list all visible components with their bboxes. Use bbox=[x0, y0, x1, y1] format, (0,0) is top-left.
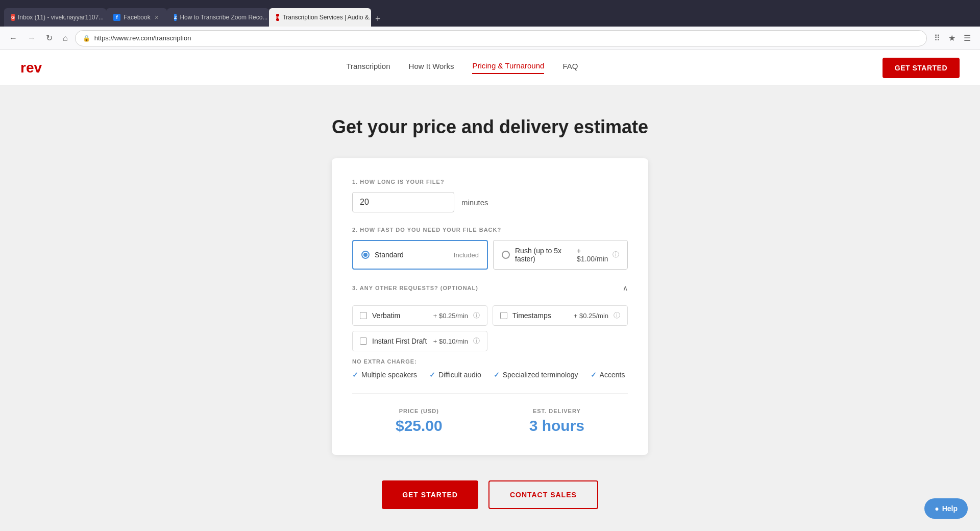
no-extra-features: ✓ Multiple speakers ✓ Difficult audio ✓ … bbox=[352, 371, 628, 379]
timestamps-info-icon[interactable]: ⓘ bbox=[614, 311, 620, 320]
nav-transcription[interactable]: Transcription bbox=[346, 62, 390, 74]
header-get-started-button[interactable]: GET STARTED bbox=[883, 58, 960, 78]
page-title: Get your price and delivery estimate bbox=[10, 116, 970, 138]
check-accents-icon: ✓ bbox=[591, 371, 597, 379]
site-header: rev Transcription How It Works Pricing &… bbox=[0, 50, 980, 86]
pricing-result: Price (USD) $25.00 Est. Delivery 3 hours bbox=[352, 408, 628, 435]
rush-option-left: Rush (up to 5x faster) bbox=[502, 247, 577, 263]
instant-first-draft-checkbox[interactable] bbox=[360, 337, 367, 345]
instant-first-draft-info-icon[interactable]: ⓘ bbox=[473, 336, 480, 346]
back-button[interactable]: ← bbox=[6, 32, 20, 45]
no-extra-charge: No extra charge: ✓ Multiple speakers ✓ D… bbox=[352, 358, 628, 379]
feature-difficult-audio-label: Difficult audio bbox=[438, 371, 481, 379]
chevron-up-icon[interactable]: ∧ bbox=[623, 284, 628, 292]
instant-first-draft-price: + $0.10/min bbox=[433, 337, 468, 345]
step1-label: 1. How long is your file? bbox=[352, 179, 628, 185]
check-specialized-terminology-icon: ✓ bbox=[494, 371, 500, 379]
nav-pricing-turnaround[interactable]: Pricing & Turnaround bbox=[472, 61, 544, 74]
timestamps-name: Timestamps bbox=[512, 311, 569, 320]
no-extra-label: No extra charge: bbox=[352, 358, 628, 365]
tab-zoom[interactable]: Z How to Transcribe Zoom Reco... × bbox=[167, 8, 269, 27]
bottom-get-started-button[interactable]: GET STARTED bbox=[382, 480, 478, 509]
verbatim-info-icon[interactable]: ⓘ bbox=[473, 311, 480, 320]
standard-name: Standard bbox=[375, 251, 404, 259]
minutes-label: minutes bbox=[461, 198, 488, 207]
address-bar: 🔒 bbox=[75, 30, 927, 46]
toolbar-actions: ⠿ ★ ☰ bbox=[931, 31, 974, 45]
browser-tabs: G Inbox (11) - vivek.nayyar1107... × f F… bbox=[4, 0, 976, 27]
site-logo: rev bbox=[20, 60, 42, 76]
price-label: Price (USD) bbox=[396, 408, 443, 414]
standard-option[interactable]: Standard Included bbox=[352, 240, 488, 270]
check-difficult-audio-icon: ✓ bbox=[429, 371, 435, 379]
feature-specialized-terminology: ✓ Specialized terminology bbox=[494, 371, 578, 379]
verbatim-price: + $0.25/min bbox=[433, 312, 468, 320]
verbatim-name: Verbatim bbox=[372, 311, 428, 320]
menu-button[interactable]: ☰ bbox=[961, 31, 974, 45]
step3-label: 3. Any other requests? (Optional) bbox=[352, 285, 478, 291]
price-value: $25.00 bbox=[396, 417, 443, 435]
tab-facebook[interactable]: f Facebook × bbox=[106, 8, 167, 27]
verbatim-option[interactable]: Verbatim + $0.25/min ⓘ bbox=[352, 305, 487, 326]
bottom-cta: GET STARTED CONTACT SALES bbox=[10, 480, 970, 509]
timestamps-checkbox[interactable] bbox=[500, 312, 507, 319]
instant-first-draft-name: Instant First Draft bbox=[372, 337, 428, 345]
tab-gmail-label: Inbox (11) - vivek.nayyar1107... bbox=[18, 14, 104, 21]
refresh-button[interactable]: ↻ bbox=[43, 31, 56, 45]
optional-grid: Verbatim + $0.25/min ⓘ Timestamps + $0.2… bbox=[352, 305, 628, 351]
file-length-input[interactable] bbox=[352, 192, 454, 212]
zoom-favicon: Z bbox=[174, 14, 177, 21]
standard-badge: Included bbox=[454, 251, 479, 259]
price-col: Price (USD) $25.00 bbox=[396, 408, 443, 435]
delivery-label: Est. Delivery bbox=[529, 408, 584, 414]
help-label: Help bbox=[942, 504, 958, 513]
contact-sales-button[interactable]: CONTACT SALES bbox=[488, 480, 598, 509]
file-length-row: minutes bbox=[352, 192, 628, 212]
standard-radio-dot bbox=[363, 253, 368, 257]
tab-facebook-close[interactable]: × bbox=[154, 13, 160, 21]
check-multiple-speakers-icon: ✓ bbox=[352, 371, 358, 379]
new-tab-button[interactable]: + bbox=[371, 12, 385, 27]
gmail-favicon: G bbox=[11, 14, 15, 21]
step1-section: 1. How long is your file? minutes bbox=[352, 179, 628, 212]
feature-multiple-speakers: ✓ Multiple speakers bbox=[352, 371, 417, 379]
help-button[interactable]: ● Help bbox=[924, 498, 968, 519]
delivery-col: Est. Delivery 3 hours bbox=[529, 408, 584, 435]
site-nav: Transcription How It Works Pricing & Tur… bbox=[346, 61, 578, 74]
instant-first-draft-option[interactable]: Instant First Draft + $0.10/min ⓘ bbox=[352, 331, 487, 351]
home-button[interactable]: ⌂ bbox=[60, 32, 71, 45]
feature-specialized-terminology-label: Specialized terminology bbox=[503, 371, 578, 379]
optional-header: 3. Any other requests? (Optional) ∧ bbox=[352, 284, 628, 292]
extensions-button[interactable]: ⠿ bbox=[931, 31, 943, 45]
nav-faq[interactable]: FAQ bbox=[562, 62, 578, 74]
divider bbox=[352, 393, 628, 394]
standard-option-left: Standard bbox=[361, 251, 404, 259]
calculator-card: 1. How long is your file? minutes 2. How… bbox=[332, 158, 648, 455]
tab-facebook-label: Facebook bbox=[124, 14, 151, 21]
tab-gmail[interactable]: G Inbox (11) - vivek.nayyar1107... × bbox=[4, 8, 106, 27]
tab-zoom-label: How to Transcribe Zoom Reco... bbox=[180, 14, 267, 21]
feature-multiple-speakers-label: Multiple speakers bbox=[361, 371, 417, 379]
bookmark-button[interactable]: ★ bbox=[945, 31, 959, 45]
help-icon: ● bbox=[935, 504, 939, 513]
step2-label: 2. How fast do you need your file back? bbox=[352, 227, 628, 233]
tab-rev[interactable]: R Transcription Services | Audio &... × bbox=[269, 8, 371, 27]
feature-difficult-audio: ✓ Difficult audio bbox=[429, 371, 481, 379]
nav-how-it-works[interactable]: How It Works bbox=[409, 62, 454, 74]
forward-button[interactable]: → bbox=[24, 32, 39, 45]
delivery-value: 3 hours bbox=[529, 417, 584, 435]
rush-name: Rush (up to 5x faster) bbox=[515, 247, 577, 263]
tab-rev-label: Transcription Services | Audio &... bbox=[282, 14, 371, 21]
standard-radio bbox=[361, 251, 370, 259]
speed-options: Standard Included Rush (up to 5x faster)… bbox=[352, 240, 628, 270]
page-content: Get your price and delivery estimate 1. … bbox=[0, 86, 980, 531]
rev-favicon: R bbox=[276, 14, 280, 21]
verbatim-checkbox[interactable] bbox=[360, 312, 367, 319]
feature-accents-label: Accents bbox=[600, 371, 625, 379]
step3-section: 3. Any other requests? (Optional) ∧ Verb… bbox=[352, 284, 628, 379]
rush-option[interactable]: Rush (up to 5x faster) + $1.00/min ⓘ bbox=[493, 240, 628, 270]
feature-accents: ✓ Accents bbox=[591, 371, 625, 379]
rush-info-icon[interactable]: ⓘ bbox=[612, 250, 619, 259]
timestamps-option[interactable]: Timestamps + $0.25/min ⓘ bbox=[493, 305, 628, 326]
address-input[interactable] bbox=[94, 34, 919, 42]
